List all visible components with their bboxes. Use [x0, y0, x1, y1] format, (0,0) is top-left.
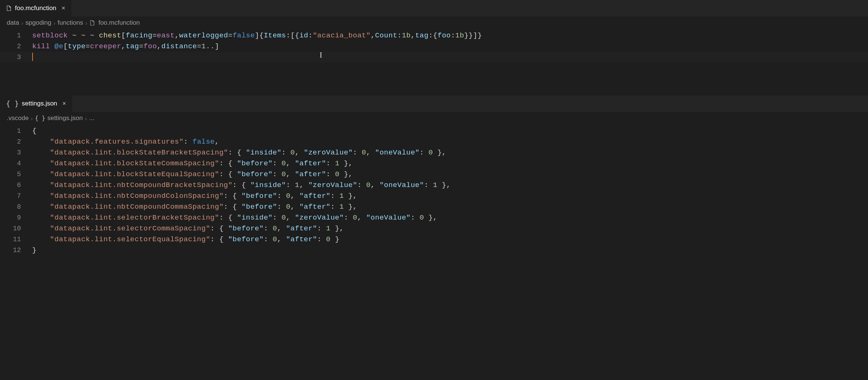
close-icon[interactable]: × [62, 4, 65, 12]
cursor [32, 53, 33, 61]
line-number: 3 [0, 149, 32, 156]
line-number: 1 [0, 32, 32, 39]
code-line[interactable]: 7 "datapack.lint.nbtCompoundColonSpacing… [0, 190, 868, 201]
line-number: 4 [0, 160, 32, 167]
code-editor[interactable]: 1{2 "datapack.features.signatures": fals… [0, 125, 868, 255]
code-content[interactable]: setblock ~ ~ ~ chest[facing=east,waterlo… [32, 31, 482, 40]
tab-label: settings.json [22, 100, 57, 107]
code-line[interactable]: 2 "datapack.features.signatures": false, [0, 136, 868, 147]
line-number: 9 [0, 214, 32, 221]
top-editor-pane: foo.mcfunction × data › spgoding › funct… [0, 0, 868, 95]
code-content[interactable] [32, 53, 33, 61]
line-number: 3 [0, 53, 32, 61]
breadcrumb-item[interactable]: data [7, 19, 19, 27]
tab-bar: { } settings.json × [0, 95, 868, 112]
chevron-right-icon: › [85, 20, 87, 26]
line-number: 2 [0, 43, 32, 50]
line-number: 8 [0, 203, 32, 211]
breadcrumb-item[interactable]: foo.mcfunction [98, 19, 140, 27]
code-content[interactable]: "datapack.features.signatures": false, [32, 138, 219, 146]
code-line[interactable]: 3 "datapack.lint.blockStateBracketSpacin… [0, 147, 868, 158]
code-content[interactable]: "datapack.lint.blockStateCommaSpacing": … [32, 159, 353, 168]
code-content[interactable]: "datapack.lint.selectorEqualSpacing": { … [32, 235, 339, 243]
code-content[interactable]: kill @e[type=creeper,tag=foo,distance=1.… [32, 42, 219, 50]
code-content[interactable]: } [32, 246, 37, 254]
code-line[interactable]: 10 "datapack.lint.selectorCommaSpacing":… [0, 223, 868, 234]
breadcrumbs[interactable]: .vscode › { } settings.json › ... [0, 112, 868, 125]
chevron-right-icon: › [54, 20, 55, 26]
code-content[interactable]: "datapack.lint.blockStateEqualSpacing": … [32, 170, 353, 178]
code-line[interactable]: 9 "datapack.lint.selectorBracketSpacing"… [0, 212, 868, 223]
code-line[interactable]: 5 "datapack.lint.blockStateEqualSpacing"… [0, 169, 868, 180]
code-line[interactable]: 8 "datapack.lint.nbtCompoundCommaSpacing… [0, 201, 868, 212]
code-line[interactable]: 11 "datapack.lint.selectorEqualSpacing":… [0, 234, 868, 245]
line-number: 12 [0, 246, 32, 254]
code-content[interactable]: "datapack.lint.blockStateBracketSpacing"… [32, 148, 446, 157]
close-icon[interactable]: × [62, 100, 66, 107]
line-number: 10 [0, 225, 32, 232]
code-content[interactable]: "datapack.lint.nbtCompoundBracketSpacing… [32, 181, 451, 189]
tab-bar: foo.mcfunction × [0, 0, 868, 16]
code-content[interactable]: "datapack.lint.nbtCompoundColonSpacing":… [32, 192, 357, 200]
bottom-editor-pane: { } settings.json × .vscode › { } settin… [0, 95, 868, 255]
line-number: 2 [0, 138, 32, 145]
line-number: 7 [0, 192, 32, 200]
code-line[interactable]: 2kill @e[type=creeper,tag=foo,distance=1… [0, 41, 868, 52]
chevron-right-icon: › [21, 20, 23, 26]
code-content[interactable]: "datapack.lint.selectorBracketSpacing": … [32, 214, 437, 222]
code-line[interactable]: 1{ [0, 125, 868, 136]
line-number: 6 [0, 181, 32, 189]
code-line[interactable]: 6 "datapack.lint.nbtCompoundBracketSpaci… [0, 180, 868, 190]
breadcrumb-item[interactable]: functions [58, 19, 83, 27]
code-content[interactable]: { [32, 127, 37, 135]
code-line[interactable]: 1setblock ~ ~ ~ chest[facing=east,waterl… [0, 30, 868, 41]
code-line[interactable]: 12} [0, 245, 868, 255]
tab-settings-json[interactable]: { } settings.json × [0, 95, 73, 112]
line-number: 11 [0, 236, 32, 243]
code-line[interactable]: 3 [0, 52, 868, 62]
code-editor[interactable]: 1setblock ~ ~ ~ chest[facing=east,waterl… [0, 29, 868, 62]
code-line[interactable]: 4 "datapack.lint.blockStateCommaSpacing"… [0, 158, 868, 169]
file-icon [89, 20, 95, 26]
line-number: 1 [0, 127, 32, 135]
breadcrumb-item[interactable]: ... [89, 114, 94, 122]
code-content[interactable]: "datapack.lint.nbtCompoundCommaSpacing":… [32, 203, 357, 211]
breadcrumb-item[interactable]: settings.json [48, 114, 83, 122]
json-icon: { } [35, 115, 45, 122]
breadcrumbs[interactable]: data › spgoding › functions › foo.mcfunc… [0, 16, 868, 29]
tab-foo-mcfunction[interactable]: foo.mcfunction × [0, 0, 72, 16]
breadcrumb-item[interactable]: spgoding [25, 19, 51, 27]
code-content[interactable]: "datapack.lint.selectorCommaSpacing": { … [32, 224, 344, 233]
file-icon [6, 5, 12, 11]
chevron-right-icon: › [85, 115, 87, 122]
breadcrumb-item[interactable]: .vscode [7, 114, 29, 122]
json-icon: { } [6, 99, 19, 108]
tab-label: foo.mcfunction [15, 4, 56, 12]
line-number: 5 [0, 171, 32, 178]
chevron-right-icon: › [31, 115, 33, 122]
